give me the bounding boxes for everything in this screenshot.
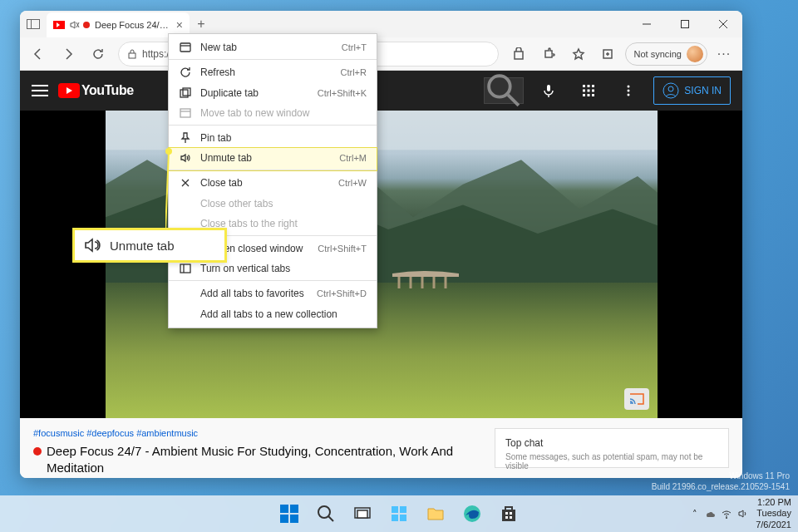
- taskbar-clock[interactable]: 1:20 PM Tuesday 7/6/2021: [756, 497, 791, 530]
- new-tab-button[interactable]: +: [190, 17, 213, 32]
- blank-icon: [179, 287, 192, 300]
- svg-rect-50: [505, 512, 508, 515]
- callout-label: Unmute tab: [110, 239, 175, 253]
- video-title: Deep Focus 24/7 - Ambient Music For Stud…: [33, 443, 478, 475]
- refresh-button[interactable]: [85, 41, 111, 67]
- menu-item-close-tab[interactable]: Close tabCtrl+W: [169, 172, 377, 193]
- window-close-button[interactable]: [704, 11, 742, 37]
- taskbar-search-button[interactable]: [309, 497, 342, 530]
- svg-rect-13: [592, 90, 594, 92]
- svg-rect-3: [515, 52, 523, 59]
- svg-rect-49: [502, 510, 515, 521]
- svg-rect-47: [400, 515, 406, 521]
- user-icon: [663, 82, 679, 99]
- profile-sync-button[interactable]: Not syncing: [625, 42, 707, 66]
- store-button[interactable]: [492, 497, 525, 530]
- widgets-button[interactable]: [382, 497, 416, 530]
- system-tray[interactable]: ˄ 1:20 PM Tuesday 7/6/2021: [692, 497, 791, 530]
- pin-icon: [179, 131, 192, 145]
- menu-item-move-tab-to-new-window: Move tab to new window: [169, 103, 377, 126]
- youtube-search-button[interactable]: [484, 77, 524, 104]
- video-hashtags[interactable]: #focusmusic #deepfocus #ambientmusic: [33, 428, 478, 438]
- sign-in-label: SIGN IN: [684, 85, 722, 96]
- live-dot-icon: [33, 447, 42, 456]
- tab-audio-muted-icon[interactable]: [70, 21, 78, 29]
- svg-rect-33: [180, 109, 190, 117]
- svg-rect-43: [357, 510, 367, 518]
- menu-item-add-all-tabs-to-favorites[interactable]: Add all tabs to favoritesCtrl+Shift+D: [169, 283, 377, 303]
- svg-rect-8: [583, 85, 585, 87]
- move-window-icon: [179, 106, 192, 120]
- tab-context-menu: New tabCtrl+TRefreshCtrl+RDuplicate tabC…: [168, 33, 377, 328]
- svg-rect-29: [180, 43, 190, 52]
- svg-rect-12: [588, 90, 590, 92]
- wifi-icon[interactable]: [721, 508, 732, 520]
- tab-close-button[interactable]: ×: [176, 18, 183, 32]
- menu-item-duplicate-tab[interactable]: Duplicate tabCtrl+Shift+K: [169, 82, 377, 103]
- sync-status-label: Not syncing: [634, 49, 682, 59]
- youtube-menu-button[interactable]: [32, 85, 48, 96]
- forward-button[interactable]: [55, 41, 81, 67]
- shopping-button[interactable]: [505, 41, 532, 67]
- svg-point-20: [663, 83, 678, 98]
- volume-icon[interactable]: [737, 508, 749, 520]
- youtube-header: YouTube SIGN IN: [20, 71, 742, 111]
- svg-rect-52: [505, 516, 508, 519]
- youtube-play-icon: [58, 83, 80, 98]
- speaker-icon: [179, 151, 192, 165]
- edge-button[interactable]: [456, 497, 489, 530]
- collections-button[interactable]: [595, 41, 622, 67]
- title-bar: Deep Focus 24/7 - Am × +: [20, 11, 742, 37]
- menu-item-close-other-tabs: Close other tabs: [169, 193, 377, 214]
- onedrive-icon[interactable]: [704, 508, 716, 520]
- extensions-button[interactable]: [535, 41, 562, 67]
- window-minimize-button[interactable]: [628, 11, 666, 37]
- search-icon: [485, 71, 523, 110]
- youtube-logo[interactable]: YouTube: [58, 83, 134, 98]
- duplicate-icon: [179, 86, 192, 100]
- menu-item-refresh[interactable]: RefreshCtrl+R: [169, 62, 377, 82]
- svg-rect-9: [588, 85, 590, 87]
- windows-watermark: Windows 11 Pro Build 21996.co_release.21…: [652, 470, 790, 492]
- menu-item-add-all-tabs-to-a-new-collection[interactable]: Add all tabs to a new collection: [169, 303, 377, 324]
- video-player-area[interactable]: [20, 111, 742, 418]
- window-maximize-button[interactable]: [666, 11, 704, 37]
- svg-line-6: [508, 95, 519, 106]
- new-tab-icon: [179, 41, 192, 54]
- live-indicator-icon: [83, 22, 90, 28]
- cast-button[interactable]: [624, 388, 649, 410]
- svg-rect-11: [583, 90, 585, 92]
- sign-in-button[interactable]: SIGN IN: [653, 76, 731, 105]
- youtube-settings-button[interactable]: [613, 83, 643, 98]
- back-button[interactable]: [25, 41, 52, 67]
- menu-item-pin-tab[interactable]: Pin tab: [169, 127, 377, 148]
- favorites-button[interactable]: [565, 41, 592, 67]
- svg-rect-31: [180, 90, 188, 97]
- svg-rect-14: [583, 94, 585, 96]
- unmute-tab-callout: Unmute tab: [72, 228, 227, 263]
- svg-rect-53: [510, 516, 512, 519]
- svg-point-17: [628, 86, 630, 88]
- task-view-button[interactable]: [346, 497, 379, 530]
- svg-rect-16: [592, 94, 594, 96]
- apps-grid-button[interactable]: [574, 83, 603, 98]
- svg-rect-2: [129, 53, 135, 58]
- browser-menu-button[interactable]: ···: [711, 41, 737, 67]
- vertical-tabs-toggle[interactable]: [20, 19, 47, 29]
- svg-rect-45: [400, 506, 406, 513]
- voice-search-button[interactable]: [534, 83, 564, 98]
- youtube-logo-text: YouTube: [81, 83, 134, 98]
- svg-rect-46: [392, 515, 398, 521]
- vertical-tabs-icon: [179, 262, 192, 275]
- video-meta-section: #focusmusic #deepfocus #ambientmusic Dee…: [20, 418, 742, 478]
- tray-chevron-icon[interactable]: ˄: [692, 509, 697, 520]
- file-explorer-button[interactable]: [419, 497, 452, 530]
- svg-point-40: [318, 506, 330, 518]
- menu-item-unmute-tab[interactable]: Unmute tabCtrl+M: [169, 148, 377, 170]
- svg-point-18: [628, 90, 630, 92]
- live-chat-panel[interactable]: Top chat Some messages, such as potentia…: [495, 428, 729, 468]
- start-button[interactable]: [273, 497, 306, 530]
- svg-rect-36: [180, 264, 190, 273]
- browser-toolbar: https://w Not syncing ···: [20, 37, 742, 71]
- menu-item-new-tab[interactable]: New tabCtrl+T: [169, 37, 377, 60]
